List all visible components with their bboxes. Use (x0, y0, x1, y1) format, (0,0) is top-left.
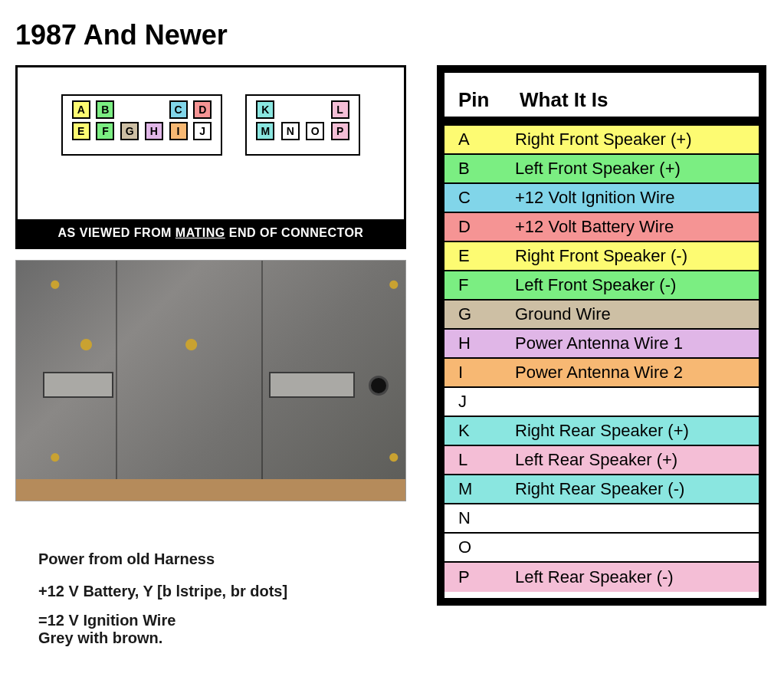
radio-back-photo (15, 260, 406, 501)
table-row: O (444, 534, 759, 563)
table-row: HPower Antenna Wire 1 (444, 330, 759, 359)
cell-pin: O (444, 537, 506, 557)
cell-desc: Right Rear Speaker (-) (506, 479, 759, 499)
pin-empty (145, 100, 163, 119)
note-line: =12 V Ignition Wire (38, 612, 406, 629)
cell-desc: Power Antenna Wire 2 (506, 363, 759, 383)
cell-desc: +12 Volt Ignition Wire (506, 188, 759, 208)
cell-pin: D (444, 217, 506, 237)
cell-pin: B (444, 159, 506, 179)
cell-desc: Right Front Speaker (+) (506, 130, 759, 149)
table-row: KRight Rear Speaker (+) (444, 417, 759, 446)
cell-pin: M (444, 479, 506, 499)
pinout-table: Pin What It Is ARight Front Speaker (+)B… (437, 65, 766, 606)
pin-C: C (169, 100, 188, 119)
connector-b: KL MNOP (245, 94, 360, 156)
cell-pin: F (444, 275, 506, 295)
cell-pin: L (444, 450, 506, 470)
cell-pin: J (444, 392, 506, 412)
pin-A: A (72, 100, 90, 119)
table-row: BLeft Front Speaker (+) (444, 155, 759, 184)
pin-G: G (120, 122, 139, 140)
pin-D: D (193, 100, 212, 119)
cell-pin: N (444, 508, 506, 528)
cell-pin: I (444, 363, 506, 383)
pin-F: F (96, 122, 114, 140)
pin-H: H (145, 122, 163, 140)
table-row: PLeft Rear Speaker (-) (444, 563, 759, 592)
table-row: ERight Front Speaker (-) (444, 242, 759, 271)
cell-desc: Left Front Speaker (+) (506, 159, 759, 179)
pin-O: O (306, 122, 324, 140)
cell-pin: P (444, 567, 506, 587)
cell-pin: A (444, 130, 506, 149)
table-row: LLeft Rear Speaker (+) (444, 446, 759, 475)
connector-a: ABCD EFGHIJ (61, 94, 222, 156)
pin-empty (306, 100, 324, 119)
cell-pin: G (444, 304, 506, 324)
cell-desc: Left Rear Speaker (-) (506, 567, 759, 587)
table-head-desc: What It Is (520, 88, 609, 112)
cell-pin: C (444, 188, 506, 208)
table-row: ARight Front Speaker (+) (444, 126, 759, 155)
cell-desc: Left Rear Speaker (+) (506, 450, 759, 470)
wiring-notes: Power from old Harness +12 V Battery, Y … (15, 547, 406, 647)
pin-N: N (281, 122, 300, 140)
page-title: 1987 And Newer (15, 19, 769, 51)
pin-M: M (256, 122, 274, 140)
pin-I: I (169, 122, 188, 140)
table-row: J (444, 388, 759, 417)
table-row: MRight Rear Speaker (-) (444, 475, 759, 504)
cell-desc: Ground Wire (506, 304, 759, 324)
table-row: C+12 Volt Ignition Wire (444, 184, 759, 213)
cell-pin: E (444, 246, 506, 266)
table-row: N (444, 504, 759, 534)
table-head-pin: Pin (458, 88, 520, 112)
table-row: D+12 Volt Battery Wire (444, 213, 759, 242)
note-line: Grey with brown. (38, 629, 406, 647)
caption-underlined: MATING (175, 226, 225, 239)
cell-desc: Right Front Speaker (-) (506, 246, 759, 266)
pin-E: E (72, 122, 90, 140)
table-row: IPower Antenna Wire 2 (444, 359, 759, 388)
caption-pre: AS VIEWED FROM (58, 226, 175, 239)
pin-J: J (193, 122, 212, 140)
pin-empty (120, 100, 139, 119)
pin-L: L (331, 100, 349, 119)
caption-post: END OF CONNECTOR (225, 226, 364, 239)
pin-empty (281, 100, 300, 119)
note-line: +12 V Battery, Y [b lstripe, br dots] (38, 580, 406, 603)
note-line: Power from old Harness (38, 547, 406, 570)
pin-K: K (256, 100, 274, 119)
pin-P: P (331, 122, 349, 140)
cell-desc: Left Front Speaker (-) (506, 275, 759, 295)
pin-B: B (96, 100, 114, 119)
cell-pin: K (444, 421, 506, 441)
table-row: FLeft Front Speaker (-) (444, 271, 759, 301)
cell-desc: Right Rear Speaker (+) (506, 421, 759, 441)
cell-desc: +12 Volt Battery Wire (506, 217, 759, 237)
cell-desc: Power Antenna Wire 1 (506, 333, 759, 353)
connector-caption: AS VIEWED FROM MATING END OF CONNECTOR (18, 219, 404, 247)
connector-diagram: ABCD EFGHIJ KL MNOP AS VIEWED FROM MATIN… (15, 65, 406, 249)
cell-pin: H (444, 333, 506, 353)
table-row: GGround Wire (444, 301, 759, 330)
